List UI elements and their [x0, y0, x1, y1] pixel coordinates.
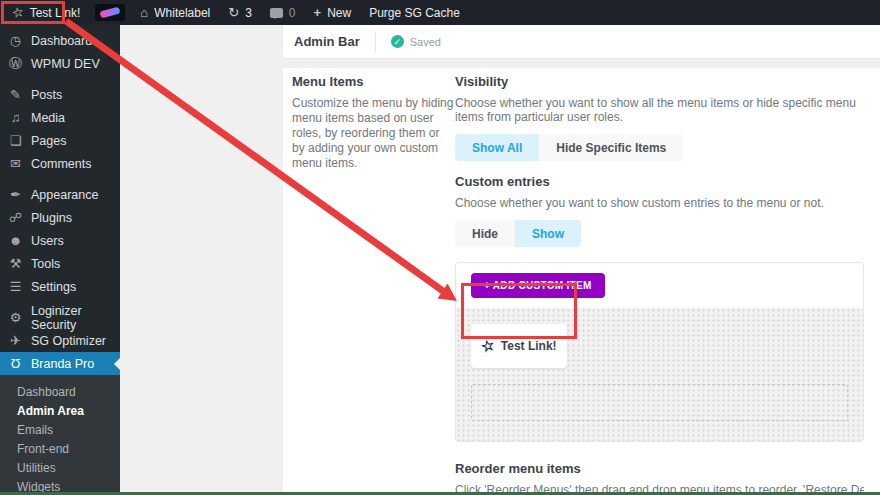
sidebar-label: WPMU DEV	[31, 57, 100, 71]
rocket-icon: ✈	[8, 334, 23, 347]
adminbar-new[interactable]: + New	[305, 0, 361, 25]
comments-count: 0	[289, 6, 296, 20]
sidebar-item-comments[interactable]: ✉ Comments	[0, 152, 120, 175]
hide-button[interactable]: Hide	[455, 220, 515, 247]
drop-zone[interactable]	[471, 384, 848, 421]
admin-top-bar: ☆ Test Link! ⌂ Whitelabel ↻ 3 0 + New Pu…	[0, 0, 880, 25]
menu-separator	[0, 75, 120, 83]
wpmudev-icon: Ⓦ	[8, 57, 23, 70]
home-icon: ⌂	[140, 6, 148, 19]
branda-submenu: Dashboard Admin Area Emails Front-end Ut…	[0, 375, 120, 495]
page-title: Admin Bar	[294, 34, 360, 49]
saved-label: Saved	[410, 36, 441, 48]
media-icon: ♫	[8, 111, 23, 124]
custom-entries-title: Custom entries	[455, 174, 864, 189]
comment-bubble-icon	[270, 8, 283, 18]
submenu-item-utilities[interactable]: Utilities	[0, 459, 120, 478]
custom-entries-box-toolbar: + ADD CUSTOM ITEM	[456, 263, 863, 308]
adminbar-comments[interactable]: 0	[261, 0, 305, 25]
pages-icon: ❏	[8, 134, 23, 147]
sidebar-label: Settings	[31, 280, 76, 294]
site-name-label: Whitelabel	[154, 6, 210, 20]
visibility-description: Choose whether you want to show all the …	[455, 96, 864, 124]
page-header: Admin Bar ✓ Saved	[283, 25, 880, 58]
sidebar-label: SG Optimizer	[31, 334, 106, 348]
sidebar-label: Users	[31, 234, 64, 248]
sidebar-label: Posts	[31, 88, 62, 102]
show-all-button[interactable]: Show All	[455, 134, 539, 161]
menu-separator	[0, 175, 120, 183]
sidebar-label: Pages	[31, 134, 66, 148]
sidebar-label: Plugins	[31, 211, 72, 225]
admin-sidebar: ◷ Dashboard Ⓦ WPMU DEV ✎ Posts ♫ Media ❏…	[0, 25, 120, 495]
reorder-title: Reorder menu items	[455, 461, 864, 476]
sidebar-item-appearance[interactable]: ✒ Appearance	[0, 183, 120, 206]
plus-icon: +	[314, 6, 322, 19]
comments-icon: ✉	[8, 157, 23, 170]
custom-item-test-link[interactable]: ☆ Test Link!	[471, 324, 567, 368]
pushpin-icon: ✎	[8, 88, 23, 101]
adminbar-updates[interactable]: ↻ 3	[219, 0, 261, 25]
show-button[interactable]: Show	[515, 220, 581, 247]
sidebar-item-settings[interactable]: ☰ Settings	[0, 275, 120, 298]
menu-items-description-column: Menu Items Customize the menu by hiding …	[292, 74, 455, 171]
purge-label: Purge SG Cache	[369, 6, 460, 20]
updates-count: 3	[245, 6, 252, 20]
custom-entries-list-area: ☆ Test Link!	[456, 308, 863, 441]
adminbar-test-link[interactable]: ☆ Test Link!	[0, 0, 89, 25]
dashboard-icon: ◷	[8, 34, 23, 47]
custom-entries-toggle-group: Hide Show	[455, 220, 581, 247]
submenu-item-dashboard[interactable]: Dashboard	[0, 383, 120, 402]
plugin-icon: ☍	[8, 211, 23, 224]
sidebar-item-dashboard[interactable]: ◷ Dashboard	[0, 29, 120, 52]
sidebar-label: Loginizer Security	[31, 304, 120, 332]
hide-specific-items-button[interactable]: Hide Specific Items	[539, 134, 683, 161]
submenu-item-admin-area[interactable]: Admin Area	[0, 402, 120, 421]
logo-swoosh	[100, 7, 121, 19]
saved-status: ✓ Saved	[391, 35, 441, 48]
sidebar-item-pages[interactable]: ❏ Pages	[0, 129, 120, 152]
adminbar-purge-sg-cache[interactable]: Purge SG Cache	[360, 0, 469, 25]
branda-icon: Ʊ	[8, 357, 23, 370]
submenu-item-front-end[interactable]: Front-end	[0, 440, 120, 459]
menu-items-description: Customize the menu by hiding menu items …	[292, 96, 455, 171]
submenu-item-emails[interactable]: Emails	[0, 421, 120, 440]
sidebar-label: Media	[31, 111, 65, 125]
sidebar-label: Branda Pro	[31, 357, 94, 371]
visibility-toggle-group: Show All Hide Specific Items	[455, 134, 683, 161]
wpmudev-logo-icon[interactable]	[95, 4, 125, 21]
check-circle-icon: ✓	[391, 35, 404, 48]
add-custom-item-button[interactable]: + ADD CUSTOM ITEM	[471, 273, 605, 298]
settings-card: Menu Items Customize the menu by hiding …	[283, 68, 880, 495]
sidebar-item-loginizer-security[interactable]: ⚙ Loginizer Security	[0, 306, 120, 329]
visibility-title: Visibility	[455, 74, 864, 89]
sidebar-item-tools[interactable]: ⚒ Tools	[0, 252, 120, 275]
sidebar-label: Dashboard	[31, 34, 92, 48]
gear-icon: ⚙	[8, 311, 23, 324]
custom-entries-description: Choose whether you want to show custom e…	[455, 196, 864, 210]
sidebar-item-sg-optimizer[interactable]: ✈ SG Optimizer	[0, 329, 120, 352]
sidebar-item-branda-pro[interactable]: Ʊ Branda Pro	[0, 352, 120, 375]
custom-entries-box: + ADD CUSTOM ITEM ☆ Test Link!	[455, 262, 864, 442]
sidebar-label: Appearance	[31, 188, 98, 202]
new-label: New	[327, 6, 351, 20]
menu-items-title: Menu Items	[292, 74, 455, 89]
sidebar-label: Tools	[31, 257, 60, 271]
sidebar-item-users[interactable]: ☻ Users	[0, 229, 120, 252]
tools-icon: ⚒	[8, 257, 23, 270]
update-icon: ↻	[228, 6, 239, 19]
adminbar-test-link-label: Test Link!	[30, 6, 81, 20]
settings-column: Visibility Choose whether you want to sh…	[455, 74, 864, 495]
sidebar-item-plugins[interactable]: ☍ Plugins	[0, 206, 120, 229]
star-icon: ☆	[479, 336, 496, 357]
sidebar-item-wpmu-dev[interactable]: Ⓦ WPMU DEV	[0, 52, 120, 75]
sidebar-item-media[interactable]: ♫ Media	[0, 106, 120, 129]
settings-icon: ☰	[8, 280, 23, 293]
custom-item-label: Test Link!	[501, 339, 557, 353]
header-divider	[375, 32, 376, 52]
users-icon: ☻	[8, 234, 23, 247]
sidebar-item-posts[interactable]: ✎ Posts	[0, 83, 120, 106]
appearance-icon: ✒	[8, 188, 23, 201]
star-icon: ☆	[11, 4, 26, 21]
adminbar-site-name[interactable]: ⌂ Whitelabel	[131, 0, 219, 25]
